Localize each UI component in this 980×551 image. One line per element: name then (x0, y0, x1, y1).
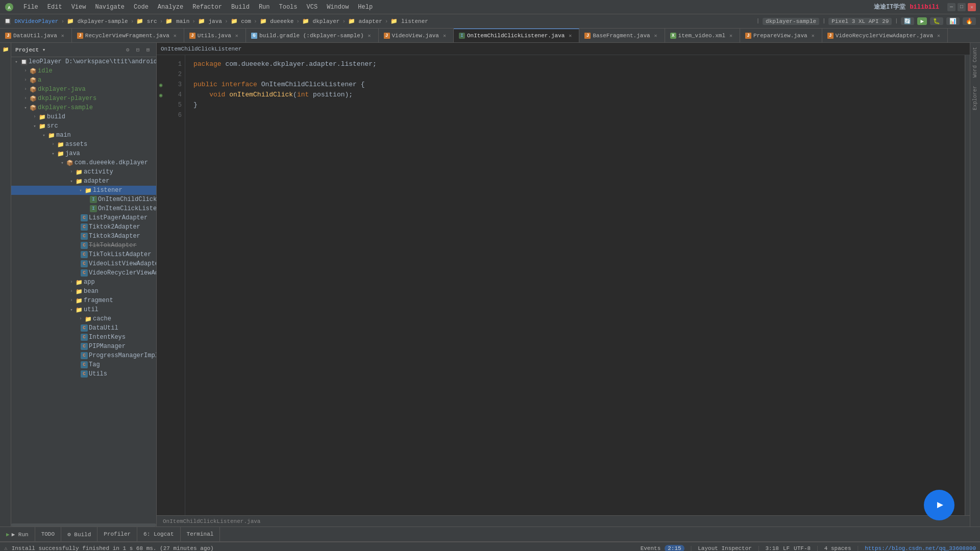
tree-src[interactable]: ▾ 📁 src (11, 121, 156, 131)
tab-recyclerviewfragmentjava[interactable]: J RecyclerViewFragment.java ✕ (72, 29, 184, 42)
tab-close-videorecycler[interactable]: ✕ (935, 32, 942, 39)
menu-tools[interactable]: Tools (275, 3, 302, 12)
sidebar-layout-icon[interactable]: ⊟ (134, 46, 142, 54)
sidebar-collapse-icon[interactable]: ⊞ (144, 46, 152, 54)
nav-java[interactable]: 📁 java (198, 18, 222, 24)
menu-analyze[interactable]: Analyze (154, 3, 187, 12)
url-label[interactable]: https://blog.csdn.net/qq_33608800 (865, 545, 976, 552)
tree-cache[interactable]: › 📁 cache (11, 314, 156, 323)
tree-main[interactable]: ▾ 📁 main (11, 131, 156, 140)
tab-close-utils[interactable]: ✕ (233, 32, 240, 39)
tab-datautiljava[interactable]: J DataUtil.java ✕ (0, 29, 72, 42)
nav-dueeeke[interactable]: 📁 dueeeke (260, 18, 294, 24)
bottom-tab-logcat[interactable]: 6: Logcat (137, 527, 180, 541)
menu-file[interactable]: File (19, 3, 42, 12)
explorer-panel[interactable]: Explorer (972, 82, 978, 114)
tree-dkplayer-sample[interactable]: ▾ 📦 dkplayer-sample (11, 103, 156, 112)
close-button[interactable]: ✕ (968, 3, 976, 11)
menu-help[interactable]: Help (354, 3, 377, 12)
tree-videorecyclerviewadapter[interactable]: C VideoRecyclerViewAdapter (11, 268, 156, 278)
tree-util[interactable]: ▾ 📁 util (11, 305, 156, 314)
layout-inspector-btn[interactable]: Layout Inspector (698, 545, 752, 552)
tab-close-videoview[interactable]: ✕ (441, 32, 448, 39)
tree-listener[interactable]: ▾ 📁 listener (11, 186, 156, 195)
menu-refactor[interactable]: Refactor (188, 3, 226, 12)
tab-close-prepareview[interactable]: ✕ (810, 32, 817, 39)
word-count-panel[interactable]: Word Count (972, 43, 978, 82)
nav-project[interactable]: 🔲 DKVideoPlayer (4, 18, 58, 24)
events-button[interactable]: Events (641, 545, 661, 552)
tree-intentkeys[interactable]: C IntentKeys (11, 333, 156, 342)
menu-run[interactable]: Run (255, 3, 274, 12)
nav-com[interactable]: 📁 com (231, 18, 251, 24)
tab-close-datautiljava[interactable]: ✕ (59, 32, 66, 39)
tree-progressmanagerimpl[interactable]: C ProgressManagerImpl (11, 351, 156, 360)
tree-tiktok2adapter[interactable]: C Tiktok2Adapter (11, 222, 156, 232)
tree-datautil[interactable]: C DataUtil (11, 323, 156, 333)
flame-btn[interactable]: 🔥 (963, 17, 976, 25)
nav-adapter[interactable]: 📁 adapter (348, 18, 382, 24)
tab-close-recyclerviewfragment[interactable]: ✕ (172, 32, 179, 39)
tree-tag[interactable]: C Tag (11, 360, 156, 369)
code-area[interactable]: package com.dueeeke.dkplayer.adapter.lis… (185, 55, 965, 515)
tab-itemvideoxml[interactable]: X item_video.xml ✕ (665, 29, 740, 42)
tab-onitemchildclicklistener[interactable]: I OnItemChildClickListener.java ✕ (454, 29, 579, 42)
bottom-tab-run[interactable]: ▶ ▶ Run (0, 527, 35, 541)
bottom-tab-todo[interactable]: TODO (35, 527, 61, 541)
menu-window[interactable]: Window (323, 3, 353, 12)
menu-build[interactable]: Build (227, 3, 254, 12)
tab-videoviewjava[interactable]: J VideoView.java ✕ (379, 29, 454, 42)
tree-dkplayer-java[interactable]: › 📦 dkplayer-java (11, 85, 156, 94)
tab-close-basefragment[interactable]: ✕ (652, 32, 659, 39)
tab-close-onitemchild[interactable]: ✕ (567, 32, 574, 39)
sidebar-gear-icon[interactable]: ⚙ (124, 46, 132, 54)
pixel-selector[interactable]: Pixel 3 XL API 29 (828, 18, 892, 25)
tab-close-buildgradle[interactable]: ✕ (366, 32, 373, 39)
tab-utilsjava[interactable]: J Utils.java ✕ (184, 29, 246, 42)
tree-a[interactable]: › 📦 a (11, 76, 156, 85)
minimize-button[interactable]: — (947, 3, 955, 11)
tree-com-package[interactable]: ▾ 📦 com.dueeeke.dkplayer (11, 158, 156, 167)
menu-edit[interactable]: Edit (43, 3, 66, 12)
tree-java[interactable]: ▾ 📁 java (11, 149, 156, 158)
sync-btn[interactable]: 🔄 (901, 17, 914, 25)
tree-idle[interactable]: › 📦 idle (11, 66, 156, 76)
events-badge[interactable]: 2:15 (665, 545, 684, 552)
floating-video-button[interactable] (924, 490, 954, 520)
tab-close-itemvideo[interactable]: ✕ (727, 32, 734, 39)
nav-sample[interactable]: 📁 dkplayer-sample (67, 18, 128, 24)
tree-fragment[interactable]: › 📁 fragment (11, 296, 156, 305)
tree-pipmanager[interactable]: C PIPManager (11, 342, 156, 351)
tree-tiktoken-adapter[interactable]: C TikTokAdapter (11, 241, 156, 250)
run-nav-btn[interactable]: ▶ (917, 17, 927, 25)
nav-src[interactable]: 📁 src (136, 18, 157, 24)
nav-dkplayer[interactable]: 📁 dkplayer (302, 18, 339, 24)
tree-build[interactable]: › 📁 build (11, 112, 156, 121)
tab-prepareviewjava[interactable]: J PrepareView.java ✕ (740, 29, 822, 42)
tree-app[interactable]: › 📁 app (11, 278, 156, 287)
tree-root-leoplayer[interactable]: ▾ 🔲 leoPlayer D:\workspace\ttit\android\… (11, 57, 156, 66)
tree-videolistviewadapter[interactable]: C VideoListViewAdapter (11, 259, 156, 268)
tree-assets[interactable]: › 📁 assets (11, 140, 156, 149)
profile-btn[interactable]: 📊 (946, 17, 960, 25)
tree-adapter[interactable]: ▾ 📁 adapter (11, 177, 156, 186)
tree-listpageradapter[interactable]: C ListPagerAdapter (11, 213, 156, 222)
menu-vcs[interactable]: VCS (303, 3, 322, 12)
tab-buildgradle[interactable]: G build.gradle (:dkplayer-sample) ✕ (246, 29, 379, 42)
bottom-tab-build[interactable]: ⚙ Build (61, 527, 97, 541)
tree-onitemchildclicklistener[interactable]: I OnItemChildClickListener (11, 195, 156, 204)
device-selector[interactable]: dkplayer-sample (763, 18, 819, 25)
bottom-tab-terminal[interactable]: Terminal (181, 527, 220, 541)
bottom-tab-profiler[interactable]: Profiler (97, 527, 137, 541)
tree-tiktoklistadapter[interactable]: C TikTokListAdapter (11, 250, 156, 259)
debug-btn[interactable]: 🐛 (930, 17, 943, 25)
project-icon[interactable]: 📁 (1, 45, 10, 54)
tree-activity[interactable]: › 📁 activity (11, 167, 156, 177)
tree-bean[interactable]: › 📁 bean (11, 287, 156, 296)
nav-main[interactable]: 📁 main (165, 18, 189, 24)
sidebar-scrollbar[interactable] (11, 523, 156, 527)
vertical-scrollbar[interactable] (965, 55, 970, 515)
tree-tiktok3adapter[interactable]: C Tiktok3Adapter (11, 232, 156, 241)
tree-dkplayer-players[interactable]: › 📦 dkplayer-players (11, 94, 156, 103)
menu-view[interactable]: View (67, 3, 90, 12)
